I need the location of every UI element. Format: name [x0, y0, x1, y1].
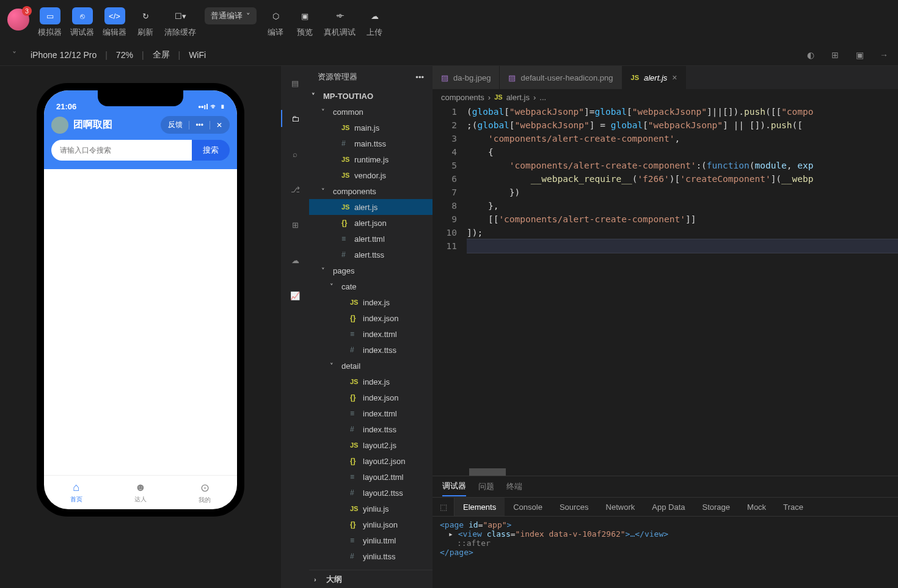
outline-section[interactable]: › 大纲 — [309, 570, 433, 588]
more-button[interactable]: ••• — [189, 118, 210, 132]
star-icon: ☻ — [135, 481, 147, 494]
breadcrumb-item[interactable]: ... — [539, 93, 546, 102]
debug-tab-terminal[interactable]: 终端 — [506, 481, 522, 492]
toolbar-simulator[interactable]: ▭ 模拟器 — [38, 5, 62, 38]
editor-tab[interactable]: ▨da-bg.jpeg — [433, 66, 500, 89]
tiktok-icon[interactable]: ◐ — [803, 47, 819, 63]
rail-cloud[interactable]: ☁ — [281, 248, 309, 272]
editor-tab[interactable]: ▨default-user-headicon.png — [500, 66, 622, 89]
chevron-down-icon[interactable]: ˅ — [6, 47, 22, 63]
tree-folder[interactable]: ˅detail — [309, 358, 433, 374]
rail-git[interactable]: ⎇ — [281, 177, 309, 201]
rail-files[interactable]: ▤ — [281, 71, 309, 95]
tree-file[interactable]: JSvendor.js — [309, 167, 433, 183]
fullscreen-toggle[interactable]: 全屏 — [153, 49, 170, 60]
elements-view[interactable]: <page id="app"> ▸ <view class="index dat… — [433, 517, 898, 588]
chevron-right-icon: › — [314, 576, 323, 583]
devtools-tab-network[interactable]: Network — [597, 498, 644, 516]
tree-file[interactable]: {}index.json — [309, 390, 433, 405]
compile-mode-dropdown[interactable]: 普通编译 ˅ — [205, 7, 257, 24]
tree-folder[interactable]: ˅cate — [309, 278, 433, 294]
zoom-level[interactable]: 72% — [116, 50, 133, 60]
tree-folder[interactable]: ˅pages — [309, 263, 433, 278]
toolbar-upload[interactable]: ☁ 上传 — [364, 5, 385, 38]
user-avatar[interactable]: 3 — [7, 9, 29, 31]
tab-home[interactable]: ⌂ 首页 — [70, 481, 82, 504]
phone-screen: 21:06 ••ıl ᯤ ▮ 团啊取图 反馈 ••• ✕ — [44, 90, 237, 509]
grid-icon[interactable]: ⊞ — [827, 47, 843, 63]
toolbar-clear-cache[interactable]: ☐▾ 清除缓存 — [164, 5, 196, 38]
tree-file[interactable]: #alert.ttss — [309, 247, 433, 263]
breadcrumb-item[interactable]: components — [441, 93, 484, 102]
network-mode[interactable]: WiFi — [189, 50, 206, 60]
rail-search[interactable]: ⌕ — [281, 142, 309, 166]
tree-file[interactable]: #index.ttss — [309, 421, 433, 437]
tree-folder[interactable]: ˅common — [309, 104, 433, 120]
horizontal-scrollbar[interactable] — [433, 468, 898, 476]
tree-file[interactable]: JSindex.js — [309, 294, 433, 310]
close-icon: × — [672, 73, 677, 82]
toolbar-real-device[interactable]: ⬲ 真机调试 — [324, 5, 356, 38]
file-tree: ˅commonJSmain.js#main.ttssJSruntime.jsJS… — [309, 104, 433, 570]
devtools-tab-mock[interactable]: Mock — [739, 498, 775, 516]
tree-file[interactable]: ≡yinliu.ttml — [309, 532, 433, 548]
tree-file[interactable]: {}alert.json — [309, 215, 433, 231]
toolbar-editor[interactable]: </> 编辑器 — [103, 5, 126, 38]
code-content[interactable]: (global["webpackJsonp"]=global["webpackJ… — [467, 105, 898, 468]
tree-file[interactable]: ≡alert.ttml — [309, 231, 433, 247]
device-name[interactable]: iPhone 12/12 Pro — [31, 50, 97, 60]
search-input[interactable] — [51, 140, 192, 161]
debug-top-tabs: 调试器 问题 终端 — [433, 476, 898, 497]
tree-file[interactable]: {}layout2.json — [309, 453, 433, 469]
tree-root[interactable]: ˅ MP-TOUTIAO — [309, 88, 433, 104]
editor-area: ▨da-bg.jpeg▨default-user-headicon.pngJSa… — [433, 66, 898, 588]
tree-file[interactable]: ≡index.ttml — [309, 405, 433, 421]
tree-file[interactable]: {}yinliu.json — [309, 517, 433, 532]
toolbar-debugger[interactable]: ⎋ 调试器 — [70, 5, 94, 38]
tab-daren[interactable]: ☻ 达人 — [134, 481, 147, 504]
rail-extensions[interactable]: ⊞ — [281, 212, 309, 237]
devtools-tab-console[interactable]: Console — [505, 498, 551, 516]
devtools-tab-storage[interactable]: Storage — [694, 498, 739, 516]
more-icon[interactable]: ••• — [415, 73, 424, 82]
editor-tab[interactable]: JSalert.js× — [622, 66, 687, 89]
feedback-button[interactable]: 反馈 — [162, 117, 189, 132]
tree-file[interactable]: JSindex.js — [309, 374, 433, 390]
tree-folder[interactable]: ˅components — [309, 183, 433, 199]
toolbar-compile[interactable]: ⬡ 编译 — [265, 5, 286, 38]
forward-icon[interactable]: → — [876, 47, 892, 63]
tree-file[interactable]: #main.ttss — [309, 136, 433, 151]
devtools-tab-sources[interactable]: Sources — [551, 498, 597, 516]
editor-body[interactable]: 1234567891011 (global["webpackJsonp"]=gl… — [433, 105, 898, 468]
tree-file[interactable]: JSalert.js — [309, 199, 433, 215]
tree-file[interactable]: #yinliu.ttss — [309, 548, 433, 564]
rail-chart[interactable]: 📈 — [281, 283, 309, 308]
tree-file[interactable]: JSlayout2.js — [309, 437, 433, 453]
tree-file[interactable]: #index.ttss — [309, 342, 433, 358]
screenshot-icon[interactable]: ▣ — [852, 47, 867, 63]
tree-file[interactable]: #layout2.ttss — [309, 485, 433, 501]
tab-mine[interactable]: ⊙ 我的 — [199, 481, 211, 504]
debug-tab-problems[interactable]: 问题 — [478, 481, 494, 492]
tree-file[interactable]: JSruntime.js — [309, 151, 433, 167]
tree-file[interactable]: JSyinliu.js — [309, 501, 433, 517]
devtools-tab-appdata[interactable]: App Data — [643, 498, 693, 516]
tree-file[interactable]: ≡index.ttml — [309, 326, 433, 342]
scrollbar-thumb[interactable] — [469, 468, 506, 476]
tree-file[interactable]: ≡layout2.ttml — [309, 469, 433, 485]
app-avatar[interactable] — [51, 117, 68, 134]
inspect-icon[interactable]: ⬚ — [433, 498, 454, 516]
breadcrumb-item[interactable]: alert.js — [506, 93, 530, 102]
devtools-tab-elements[interactable]: Elements — [454, 498, 505, 516]
toolbar-refresh[interactable]: ↻ 刷新 — [135, 5, 156, 38]
devtools-tab-trace[interactable]: Trace — [775, 498, 812, 516]
toolbar-preview[interactable]: ▣ 预览 — [294, 5, 315, 38]
tree-file[interactable]: JSmain.js — [309, 120, 433, 136]
chevron-down-icon: ˅ — [246, 12, 250, 21]
rail-explorer[interactable]: 🗀 — [281, 106, 309, 131]
app-tab-bar: ⌂ 首页 ☻ 达人 ⊙ 我的 — [44, 475, 237, 509]
close-app-button[interactable]: ✕ — [210, 118, 228, 132]
tree-file[interactable]: {}index.json — [309, 310, 433, 326]
debug-tab-debugger[interactable]: 调试器 — [442, 481, 466, 496]
search-button[interactable]: 搜索 — [192, 140, 230, 161]
